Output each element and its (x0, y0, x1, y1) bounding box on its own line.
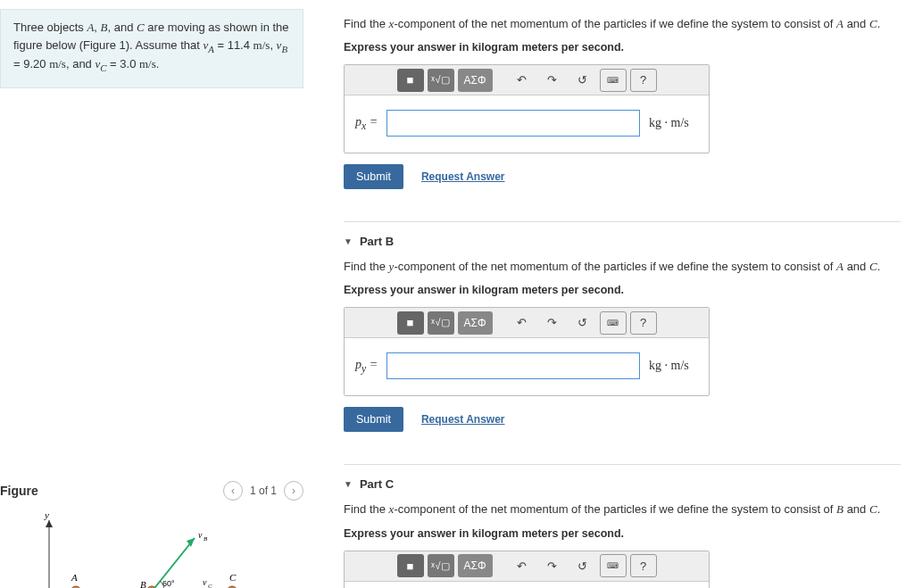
submit-button[interactable]: Submit (344, 407, 403, 432)
part-b-prompt: Find the y-component of the net momentum… (344, 259, 901, 275)
var-label: px = (355, 115, 378, 132)
keyboard-button[interactable]: ⌨ (600, 311, 627, 335)
part-b-title: Part B (360, 235, 394, 248)
svg-text:y: y (44, 511, 49, 520)
reset-button[interactable]: ↺ (569, 554, 596, 577)
pager-prev-button[interactable]: ‹ (223, 481, 243, 501)
svg-text:60°: 60° (162, 579, 175, 588)
part-b-answer-box: ■ ᵡ√▢ ΑΣΦ ↶ ↷ ↺ ⌨ ? py = kg · m/s (344, 307, 710, 396)
figure-pager: ‹ 1 of 1 › (223, 481, 303, 501)
var-label: py = (355, 358, 378, 375)
unit-label: kg · m/s (649, 359, 698, 373)
figure-title: Figure (0, 484, 38, 498)
help-button[interactable]: ? (630, 311, 657, 335)
part-b: ▼ Part B Find the y-component of the net… (344, 221, 901, 439)
undo-button[interactable]: ↶ (509, 554, 536, 577)
help-button[interactable]: ? (630, 554, 657, 577)
part-a-instruct: Express your answer in kilogram meters p… (344, 41, 901, 54)
part-c-title: Part C (360, 477, 394, 491)
pager-label: 1 of 1 (250, 484, 277, 497)
template-button[interactable]: ■ (397, 311, 424, 335)
collapse-icon[interactable]: ▼ (344, 479, 353, 489)
template-button[interactable]: ■ (397, 69, 424, 92)
part-c: ▼ Part C Find the x-component of the net… (344, 464, 901, 588)
reset-button[interactable]: ↺ (569, 311, 596, 335)
part-c-instruct: Express your answer in kilogram meters p… (344, 527, 901, 540)
answer-input[interactable] (386, 352, 640, 379)
undo-button[interactable]: ↶ (509, 69, 536, 92)
unit-label: kg · m/s (649, 116, 698, 130)
greek-button[interactable]: ΑΣΦ (458, 554, 493, 577)
part-a-prompt: Find the x-component of the net momentum… (344, 16, 901, 32)
pager-next-button[interactable]: › (284, 481, 303, 501)
redo-button[interactable]: ↷ (539, 554, 566, 577)
greek-button[interactable]: ΑΣΦ (458, 311, 493, 335)
answer-input[interactable] (386, 110, 640, 137)
formula-toolbar: ■ ᵡ√▢ ΑΣΦ ↶ ↷ ↺ ⌨ ? (345, 551, 709, 582)
greek-button[interactable]: ΑΣΦ (458, 69, 493, 92)
request-answer-link[interactable]: Request Answer (421, 170, 505, 183)
svg-text:B: B (204, 535, 208, 542)
radical-button[interactable]: ᵡ√▢ (428, 311, 454, 335)
redo-button[interactable]: ↷ (539, 311, 566, 335)
formula-toolbar: ■ ᵡ√▢ ΑΣΦ ↶ ↷ ↺ ⌨ ? (345, 308, 709, 338)
svg-text:B: B (140, 579, 146, 588)
part-b-instruct: Express your answer in kilogram meters p… (344, 284, 901, 296)
submit-button[interactable]: Submit (344, 164, 403, 189)
svg-text:v: v (198, 530, 203, 540)
svg-text:C: C (208, 583, 212, 588)
reset-button[interactable]: ↺ (569, 69, 596, 92)
part-c-prompt: Find the x-component of the net momentum… (344, 501, 901, 518)
template-button[interactable]: ■ (397, 554, 424, 577)
svg-marker-3 (46, 520, 53, 527)
collapse-icon[interactable]: ▼ (344, 236, 353, 246)
svg-text:A: A (71, 572, 78, 583)
part-a-answer-box: ■ ᵡ√▢ ΑΣΦ ↶ ↷ ↺ ⌨ ? px = kg · m/s (344, 64, 710, 153)
svg-text:C: C (229, 572, 237, 583)
formula-toolbar: ■ ᵡ√▢ ΑΣΦ ↶ ↷ ↺ ⌨ ? (345, 65, 709, 95)
keyboard-button[interactable]: ⌨ (600, 69, 627, 92)
problem-statement: Three objects A, B, and C are moving as … (0, 9, 303, 88)
part-c-answer-box: ■ ᵡ√▢ ΑΣΦ ↶ ↷ ↺ ⌨ ? px = kg · m/s (344, 551, 710, 588)
svg-text:v: v (203, 577, 207, 587)
figure-diagram: O y x A 5.0 kg v A B 6.0 kg (0, 511, 277, 588)
request-answer-link[interactable]: Request Answer (421, 413, 505, 426)
help-button[interactable]: ? (630, 69, 657, 92)
undo-button[interactable]: ↶ (509, 311, 536, 335)
keyboard-button[interactable]: ⌨ (600, 554, 627, 577)
redo-button[interactable]: ↷ (539, 69, 566, 92)
radical-button[interactable]: ᵡ√▢ (428, 554, 454, 577)
radical-button[interactable]: ᵡ√▢ (428, 69, 454, 92)
part-a: Find the x-component of the net momentum… (344, 16, 901, 196)
